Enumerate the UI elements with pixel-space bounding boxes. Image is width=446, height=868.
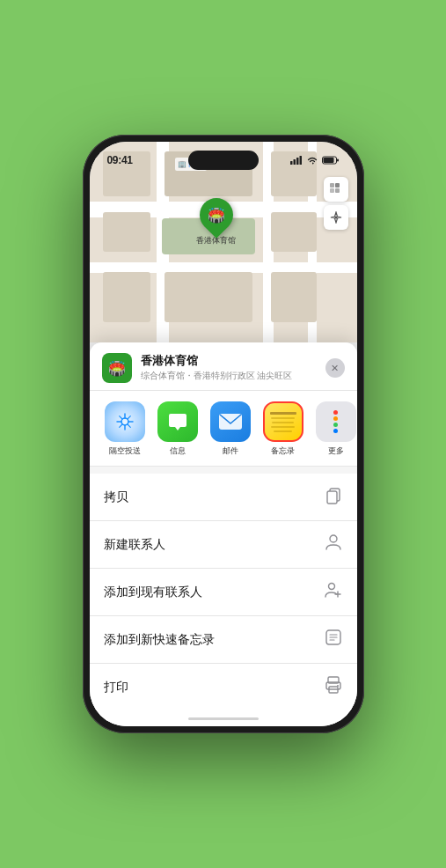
airdrop-label: 隔空投送 — [109, 445, 141, 457]
app-item-messages[interactable]: 信息 — [151, 401, 204, 457]
svg-rect-9 — [330, 188, 334, 193]
quick-note-label: 添加到新快速备忘录 — [104, 632, 215, 648]
svg-rect-15 — [327, 491, 337, 504]
svg-rect-0 — [290, 161, 293, 165]
notes-icon — [263, 401, 303, 442]
person-icon — [324, 533, 343, 556]
copy-label: 拷贝 — [104, 489, 128, 505]
app-item-airdrop[interactable]: 隔空投送 — [99, 401, 151, 457]
home-indicator — [90, 710, 357, 726]
new-contact-label: 新建联系人 — [104, 537, 165, 553]
svg-rect-7 — [330, 183, 334, 188]
person-add-icon — [324, 580, 343, 604]
app-item-more[interactable]: 更多 — [310, 401, 357, 457]
airdrop-icon — [105, 401, 145, 442]
mail-label: 邮件 — [223, 445, 238, 457]
print-icon — [324, 675, 343, 699]
svg-rect-2 — [296, 158, 299, 165]
svg-rect-8 — [335, 183, 340, 188]
wifi-icon — [306, 156, 318, 165]
svg-point-17 — [328, 584, 334, 590]
status-icons — [290, 156, 340, 165]
battery-icon — [322, 156, 340, 165]
home-bar — [188, 717, 259, 720]
svg-rect-3 — [299, 156, 302, 165]
add-existing-label: 添加到现有联系人 — [104, 585, 202, 600]
location-pin: 🏟️ 香港体育馆 — [196, 198, 236, 246]
print-label: 打印 — [104, 680, 128, 695]
mail-icon — [210, 401, 251, 442]
action-print[interactable]: 打印 — [90, 664, 357, 710]
messages-label: 信息 — [170, 445, 186, 457]
venue-address: 综合体育馆・香港特别行政区 油尖旺区 — [141, 370, 325, 382]
more-icon — [316, 401, 356, 442]
bottom-sheet: 🏟️ 香港体育馆 综合体育馆・香港特别行政区 油尖旺区 ✕ — [90, 342, 357, 726]
phone-frame: 09:41 — [83, 135, 364, 733]
status-time: 09:41 — [107, 154, 133, 166]
svg-rect-6 — [337, 159, 339, 162]
close-button[interactable]: ✕ — [325, 358, 345, 378]
map-area: 🏢 南口 — [90, 142, 357, 342]
svg-point-16 — [330, 535, 337, 542]
sheet-header: 🏟️ 香港体育馆 综合体育馆・香港特别行政区 油尖旺区 ✕ — [90, 342, 357, 391]
notes-label: 备忘录 — [271, 445, 295, 457]
venue-info: 香港体育馆 综合体育馆・香港特别行政区 油尖旺区 — [141, 354, 325, 382]
svg-point-11 — [334, 217, 337, 219]
action-quick-note[interactable]: 添加到新快速备忘录 — [90, 616, 357, 664]
copy-icon — [324, 485, 343, 509]
dynamic-island — [188, 151, 259, 170]
map-controls — [324, 177, 348, 233]
location-button[interactable] — [324, 205, 348, 230]
note-icon — [324, 628, 343, 651]
map-type-button[interactable] — [324, 177, 348, 202]
venue-icon: 🏟️ — [102, 353, 132, 383]
venue-name: 香港体育馆 — [141, 354, 325, 369]
action-new-contact[interactable]: 新建联系人 — [90, 521, 357, 569]
signal-icon — [290, 156, 303, 165]
action-copy[interactable]: 拷贝 — [90, 474, 357, 521]
app-item-notes[interactable]: 备忘录 — [257, 401, 310, 457]
svg-rect-1 — [293, 159, 296, 165]
app-item-mail[interactable]: 邮件 — [204, 401, 257, 457]
svg-point-27 — [337, 685, 339, 687]
action-add-existing[interactable]: 添加到现有联系人 — [90, 569, 357, 616]
action-list: 拷贝 新建联系人 — [90, 474, 357, 710]
more-label: 更多 — [328, 445, 344, 457]
messages-icon — [157, 401, 198, 442]
svg-rect-10 — [335, 188, 340, 193]
svg-rect-5 — [323, 158, 333, 163]
apps-row: 隔空投送 信息 — [90, 391, 357, 467]
phone-screen: 09:41 — [90, 142, 357, 726]
